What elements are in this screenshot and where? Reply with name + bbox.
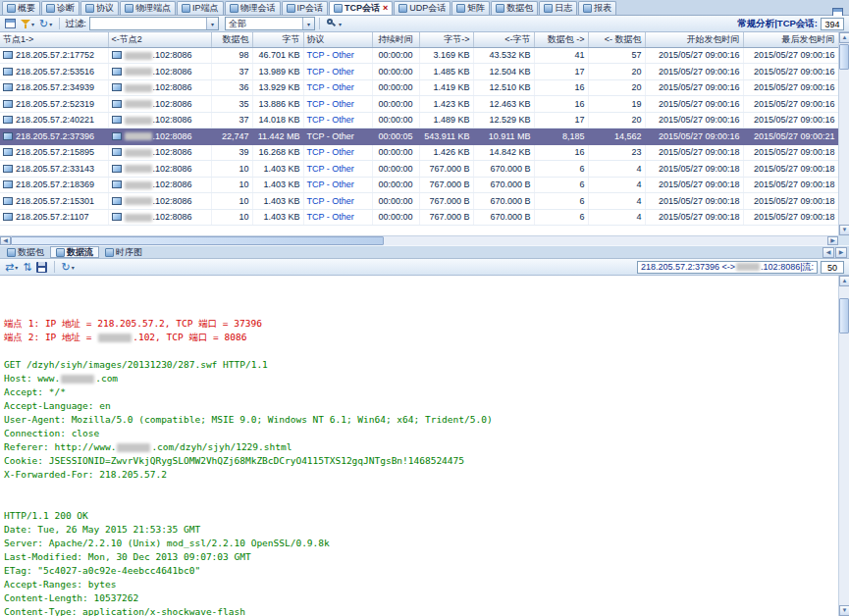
refresh-stream-button[interactable]: ↻▾ bbox=[59, 260, 76, 275]
dropdown-caret-icon: ▾ bbox=[72, 264, 75, 271]
bottom-tab-数据流[interactable]: 数据流 bbox=[50, 246, 99, 258]
column-header-packets_in[interactable]: <- 数据包 bbox=[588, 32, 645, 47]
table-row[interactable]: 218.205.57.2:40221.102:80863714.018 KBTC… bbox=[0, 112, 838, 128]
tab-UDP会话[interactable]: UDP会话 bbox=[394, 1, 451, 15]
filter-funnel-button[interactable]: ▾ bbox=[19, 17, 36, 31]
bottom-tab-时序图[interactable]: 时序图 bbox=[100, 246, 147, 258]
column-header-bytes_out[interactable]: 字节-> bbox=[419, 32, 473, 47]
tab-close-icon[interactable]: × bbox=[383, 4, 388, 13]
cell-duration: 00:00:00 bbox=[372, 161, 419, 178]
stream-text: Referer: http://www. bbox=[4, 441, 116, 452]
table-row[interactable]: 218.205.57.2:33143.102:8086101.403 KBTCP… bbox=[0, 161, 838, 178]
tab-物理端点[interactable]: 物理端点 bbox=[120, 1, 176, 15]
redacted-text bbox=[98, 334, 132, 342]
tab-矩阵[interactable]: 矩阵 bbox=[451, 1, 490, 15]
scope-dropdown-button[interactable]: ▾ bbox=[302, 18, 314, 29]
cell-start-time: 2015/05/27 09:00:16 bbox=[645, 64, 743, 80]
cell-packets-out: 6 bbox=[534, 193, 588, 210]
scroll-down-button[interactable]: ▼ bbox=[839, 225, 849, 235]
table-row[interactable]: 218.205.57.2:18369.102:8086101.403 KBTCP… bbox=[0, 177, 838, 193]
stream-text: Accept-Language: en bbox=[4, 400, 111, 411]
tab-数据包[interactable]: 数据包 bbox=[491, 1, 538, 15]
table-row[interactable]: 218.205.57.2:1107.102:8086101.403 KBTCP … bbox=[0, 209, 838, 226]
tab-物理会话[interactable]: 物理会话 bbox=[225, 1, 281, 15]
column-header-end_time[interactable]: 最后发包时间 bbox=[743, 32, 838, 47]
stream-text: Accept: */* bbox=[4, 386, 66, 397]
stream-text: .com/dzyh/sjyh/1229.shtml bbox=[151, 441, 292, 452]
scrollbar-thumb[interactable] bbox=[839, 298, 849, 334]
tab-概要[interactable]: 概要 bbox=[2, 1, 40, 15]
tab-IP会话[interactable]: IP会话 bbox=[282, 1, 329, 15]
tab-IP端点[interactable]: IP端点 bbox=[177, 1, 224, 15]
search-button[interactable]: ▾ bbox=[324, 17, 344, 31]
direction-swap-button[interactable]: ⇄▾ bbox=[3, 260, 20, 275]
table-scrollbar-vertical[interactable]: ▲ ▼ bbox=[838, 32, 849, 235]
cell-packets: 10 bbox=[211, 161, 252, 178]
data-stream-view[interactable]: 端点 1: IP 地址 = 218.205.57.2, TCP 端口 = 373… bbox=[0, 276, 838, 616]
scrollbar-track[interactable] bbox=[11, 236, 827, 245]
cell-bytes-in: 12.529 KB bbox=[473, 112, 534, 128]
scrollbar-track[interactable] bbox=[839, 43, 849, 225]
panel-prev-button[interactable]: ◀ bbox=[822, 247, 834, 258]
table-row[interactable]: 218.205.57.2:15895.102:80863916.268 KBTC… bbox=[0, 144, 838, 161]
table-row[interactable]: 218.205.57.2:34939.102:80863613.929 KBTC… bbox=[0, 79, 838, 96]
tab-诊断[interactable]: 诊断 bbox=[41, 1, 80, 15]
cell-end-time: 2015/05/27 09:00:18 bbox=[743, 161, 838, 178]
column-header-start_time[interactable]: 开始发包时间 bbox=[645, 32, 743, 47]
host-icon bbox=[112, 68, 122, 76]
column-header-protocol[interactable]: 协议 bbox=[303, 32, 372, 47]
table-row[interactable]: 218.205.57.2:52319.102:80863513.886 KBTC… bbox=[0, 96, 838, 113]
table-row[interactable]: 218.205.57.2:53516.102:80863713.989 KBTC… bbox=[0, 64, 838, 80]
scroll-down-button[interactable]: ▼ bbox=[839, 605, 849, 616]
cell-packets: 37 bbox=[211, 64, 252, 80]
cell-node2: .102:8086 bbox=[108, 128, 211, 145]
scope-combobox: 全部 ▾ bbox=[225, 17, 315, 30]
host-icon bbox=[3, 132, 13, 140]
tab-TCP会话[interactable]: TCP会话× bbox=[329, 1, 393, 15]
table-row[interactable]: 218.205.57.2:17752.102:80869846.701 KBTC… bbox=[0, 47, 838, 64]
cell-packets-in: 20 bbox=[588, 112, 645, 128]
stream-scrollbar-vertical[interactable]: ▲ ▼ bbox=[838, 276, 849, 616]
cell-duration: 00:00:00 bbox=[372, 112, 419, 128]
redacted-ip bbox=[125, 100, 152, 108]
sort-updown-button[interactable]: ⇅ bbox=[21, 260, 33, 275]
refresh-button[interactable]: ↻▾ bbox=[37, 17, 54, 31]
column-header-bytes_in[interactable]: <-字节 bbox=[473, 32, 534, 47]
column-header-packets_out[interactable]: 数据包 -> bbox=[534, 32, 588, 47]
panel-next-button[interactable]: ▶ bbox=[835, 247, 847, 258]
column-header-packets[interactable]: 数据包 bbox=[211, 32, 252, 47]
tab-日志[interactable]: 日志 bbox=[539, 1, 577, 15]
filter-dropdown-button[interactable]: ▾ bbox=[206, 18, 218, 29]
stream-text: .102, TCP 端口 = 8086 bbox=[133, 332, 246, 342]
column-header-bytes[interactable]: 字节 bbox=[252, 32, 303, 47]
tab-协议[interactable]: 协议 bbox=[80, 1, 119, 15]
filter-input[interactable] bbox=[90, 18, 206, 29]
scrollbar-thumb[interactable] bbox=[11, 236, 384, 245]
scroll-left-button[interactable]: ◀ bbox=[0, 236, 11, 245]
tab-报表[interactable]: 报表 bbox=[578, 1, 616, 15]
stream-text: Host: www. bbox=[4, 373, 60, 384]
save-stream-button[interactable] bbox=[34, 260, 49, 275]
node2-address: .102:8086 bbox=[153, 212, 192, 222]
tab-icon bbox=[56, 248, 65, 257]
table-row[interactable]: 218.205.57.2:15301.102:8086101.403 KBTCP… bbox=[0, 193, 838, 210]
node2-address: .102:8086 bbox=[153, 131, 192, 141]
scrollbar-thumb[interactable] bbox=[839, 44, 849, 70]
export-table-button[interactable] bbox=[3, 17, 18, 31]
scrollbar-track[interactable] bbox=[839, 286, 849, 605]
scroll-up-button[interactable]: ▲ bbox=[839, 32, 849, 43]
table-row[interactable]: 218.205.57.2:37396.102:808622,74711.442 … bbox=[0, 128, 838, 145]
bottom-tab-数据包[interactable]: 数据包 bbox=[2, 246, 49, 258]
scroll-up-button[interactable]: ▲ bbox=[839, 276, 849, 286]
stream-text: Cookie: JSESSIONID=ZwvrVkjQRygSLOMW2VhQZ… bbox=[4, 455, 464, 466]
cell-packets-out: 17 bbox=[534, 112, 588, 128]
column-header-node2[interactable]: <-节点2 bbox=[108, 32, 211, 47]
filter-label: 过滤: bbox=[65, 18, 86, 30]
column-header-node1[interactable]: 节点1-> bbox=[0, 32, 108, 47]
scroll-right-button[interactable]: ▶ bbox=[827, 236, 838, 245]
column-header-duration[interactable]: 持续时间 bbox=[372, 32, 419, 47]
cell-protocol: TCP - Other bbox=[303, 112, 372, 128]
stream-text: X-Forwarded-For: 218.205.57.2 bbox=[4, 469, 167, 480]
cell-end-time: 2015/05/27 09:00:16 bbox=[743, 64, 838, 80]
table-scrollbar-horizontal[interactable]: ◀ ▶ bbox=[0, 235, 838, 245]
